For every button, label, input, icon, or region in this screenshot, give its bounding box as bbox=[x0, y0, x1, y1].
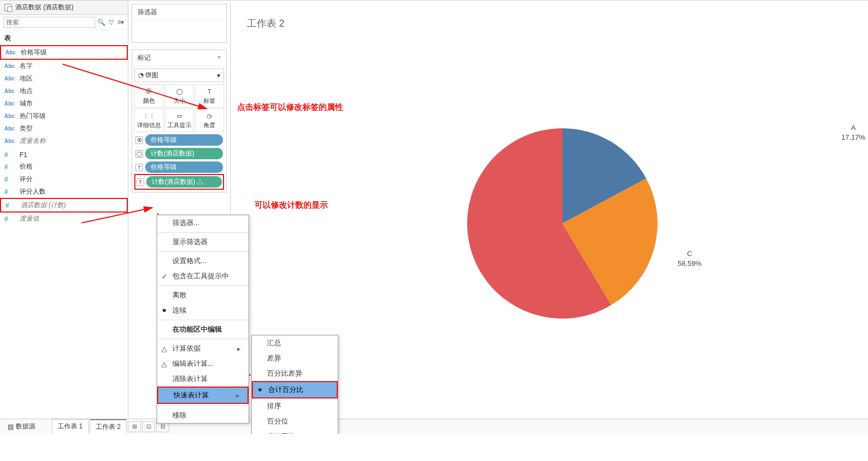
menu-item-label: 移除 bbox=[172, 410, 187, 420]
mark-card-标签[interactable]: T标签 bbox=[195, 84, 224, 108]
submenu-item-label: 合计百分比 bbox=[268, 385, 303, 395]
menu-item-设置格式...[interactable]: 设置格式... bbox=[157, 253, 249, 269]
mark-card-label: 大小 bbox=[173, 97, 185, 105]
data-source-header[interactable]: 酒店数据 (酒店数据) bbox=[0, 1, 128, 15]
number-type-icon: # bbox=[4, 176, 15, 183]
field-度量值[interactable]: #度量值 bbox=[0, 213, 128, 225]
abc-type-icon: Abc bbox=[4, 113, 15, 119]
menu-item-显示筛选器[interactable]: 显示筛选器 bbox=[157, 234, 249, 250]
submenu-item-移动平均[interactable]: 移动平均 bbox=[252, 429, 338, 434]
field-价格[interactable]: #价格 bbox=[0, 160, 128, 173]
menu-item-离散[interactable]: 离散 bbox=[157, 288, 249, 303]
field-F1[interactable]: #F1 bbox=[0, 149, 128, 160]
pill-价格等级[interactable]: 价格等级 bbox=[145, 161, 223, 173]
pill-row: ⦿价格等级 bbox=[134, 133, 224, 147]
menu-item-连续[interactable]: 连续 bbox=[157, 303, 249, 318]
menu-item-快速表计算[interactable]: 快速表计算▸ bbox=[157, 387, 249, 404]
abc-type-icon: Abc bbox=[4, 76, 15, 82]
submenu-arrow-icon: ▸ bbox=[237, 345, 241, 353]
search-icon[interactable]: 🔍 bbox=[97, 18, 105, 26]
annotation-count-hint: 可以修改计数的显示 bbox=[255, 200, 328, 210]
submenu-arrow-icon: ▸ bbox=[236, 391, 240, 400]
field-地区[interactable]: Abc地区 bbox=[0, 72, 128, 85]
field-评分人数[interactable]: #评分人数 bbox=[0, 185, 128, 198]
menu-item-移除[interactable]: 移除 bbox=[157, 408, 249, 423]
mark-card-角度[interactable]: ◷角度 bbox=[195, 109, 224, 132]
submenu-item-汇总[interactable]: 汇总 bbox=[252, 335, 338, 351]
field-价格等级[interactable]: Abc价格等级 bbox=[0, 45, 128, 60]
menu-item-包含在工具提示中[interactable]: ✓包含在工具提示中 bbox=[157, 269, 249, 284]
submenu-item-百分比差异[interactable]: 百分比差异 bbox=[252, 366, 338, 381]
menu-item-编辑表计算...[interactable]: △编辑表计算... bbox=[157, 356, 249, 371]
menu-item-label: 显示筛选器 bbox=[172, 237, 208, 247]
field-酒店数据 (计数)[interactable]: #酒店数据 (计数) bbox=[0, 198, 128, 213]
field-label: 热门等级 bbox=[20, 111, 123, 121]
field-label: 评分人数 bbox=[20, 187, 123, 196]
new-sheet-icon[interactable]: ⊞ bbox=[128, 421, 141, 432]
field-度量名称[interactable]: Abc度量名称 bbox=[0, 135, 128, 147]
search-input[interactable] bbox=[3, 17, 95, 28]
menu-item-清除表计算[interactable]: 清除表计算 bbox=[157, 371, 249, 387]
search-row: 🔍 ▽ ≡▾ bbox=[0, 15, 128, 30]
new-dashboard-icon[interactable]: ⊡ bbox=[142, 421, 155, 432]
field-地点[interactable]: Abc地点 bbox=[0, 85, 128, 97]
filters-shelf[interactable]: 筛选器 bbox=[132, 4, 227, 43]
menu-item-计算依据[interactable]: △计算依据▸ bbox=[157, 341, 249, 356]
mark-card-label: 标签 bbox=[203, 97, 215, 105]
bullet-icon bbox=[258, 388, 262, 391]
pill-计数(酒店数据)[interactable]: 计数(酒店数据) bbox=[145, 148, 223, 159]
pill-type-icon: ⦿ bbox=[135, 136, 143, 144]
filter-icon[interactable]: ▽ bbox=[107, 18, 115, 26]
field-热门等级[interactable]: Abc热门等级 bbox=[0, 110, 128, 122]
abc-type-icon: Abc bbox=[4, 138, 15, 144]
abc-type-icon: Abc bbox=[4, 63, 15, 69]
mark-type-dropdown[interactable]: ◔ 饼图 ▾ bbox=[134, 68, 224, 82]
menu-item-label: 筛选器... bbox=[172, 218, 200, 228]
collapse-icon[interactable]: ▾ bbox=[218, 53, 221, 63]
number-type-icon: # bbox=[4, 151, 15, 159]
pie-chart[interactable] bbox=[459, 120, 666, 328]
data-pane: 酒店数据 (酒店数据) 🔍 ▽ ≡▾ 表 Abc价格等级Abc名字Abc地区Ab… bbox=[0, 1, 128, 419]
mark-card-icon: ⋮⋮ bbox=[145, 111, 153, 120]
pie-label-A: A17.17% bbox=[841, 123, 865, 142]
menu-item-筛选器...[interactable]: 筛选器... bbox=[157, 215, 249, 230]
mark-card-大小[interactable]: ◯大小 bbox=[165, 84, 194, 108]
mark-card-icon: ⦿ bbox=[145, 87, 153, 96]
pill-价格等级[interactable]: 价格等级 bbox=[145, 134, 223, 146]
mark-card-工具提示[interactable]: ▭工具提示 bbox=[165, 109, 194, 132]
submenu-item-合计百分比[interactable]: 合计百分比 bbox=[252, 381, 338, 398]
data-source-tab[interactable]: ▤ 数据源 bbox=[3, 420, 40, 433]
field-城市[interactable]: Abc城市 bbox=[0, 97, 128, 110]
field-label: 类型 bbox=[20, 124, 123, 133]
pill-计数(酒店数据) △[interactable]: 计数(酒店数据) △ bbox=[146, 176, 222, 188]
mark-card-颜色[interactable]: ⦿颜色 bbox=[134, 84, 164, 108]
submenu-item-label: 排序 bbox=[267, 401, 281, 411]
chevron-down-icon: ▾ bbox=[217, 72, 220, 79]
mark-card-icon: ◷ bbox=[205, 111, 214, 120]
pill-type-icon: T bbox=[135, 164, 143, 171]
submenu-item-差异[interactable]: 差异 bbox=[252, 351, 338, 366]
mark-card-label: 工具提示 bbox=[168, 121, 191, 129]
field-类型[interactable]: Abc类型 bbox=[0, 122, 128, 135]
submenu-item-label: 差异 bbox=[267, 353, 281, 363]
sheet-tab-工作表 2[interactable]: 工作表 2 bbox=[90, 419, 127, 434]
delta-icon: △ bbox=[162, 360, 167, 368]
menu-item-label: 编辑表计算... bbox=[172, 359, 214, 369]
mark-card-详细信息[interactable]: ⋮⋮详细信息 bbox=[134, 109, 164, 132]
submenu-item-百分位[interactable]: 百分位 bbox=[252, 414, 338, 429]
sheet-tab-工作表 1[interactable]: 工作表 1 bbox=[52, 419, 89, 434]
pie-label-C: C58.59% bbox=[678, 249, 702, 269]
marks-title: 标记 bbox=[138, 53, 151, 63]
field-评分[interactable]: #评分 bbox=[0, 173, 128, 185]
context-menu-quick-calc: 汇总差异百分比差异合计百分比排序百分位移动平均YTD 总计 bbox=[251, 335, 338, 434]
field-label: F1 bbox=[20, 151, 123, 159]
submenu-item-排序[interactable]: 排序 bbox=[252, 398, 338, 414]
number-type-icon: # bbox=[4, 163, 15, 171]
field-名字[interactable]: Abc名字 bbox=[0, 60, 128, 72]
pill-row: ◯计数(酒店数据) bbox=[134, 147, 224, 160]
sheet-title[interactable]: 工作表 2 bbox=[247, 17, 857, 30]
menu-item-在功能区中编辑[interactable]: 在功能区中编辑 bbox=[157, 322, 249, 337]
view-icon[interactable]: ≡▾ bbox=[117, 18, 125, 26]
field-label: 地区 bbox=[20, 74, 123, 83]
bottom-tab-bar: ▤ 数据源 工作表 1工作表 2 ⊞ ⊡ ⊟ bbox=[0, 419, 868, 434]
